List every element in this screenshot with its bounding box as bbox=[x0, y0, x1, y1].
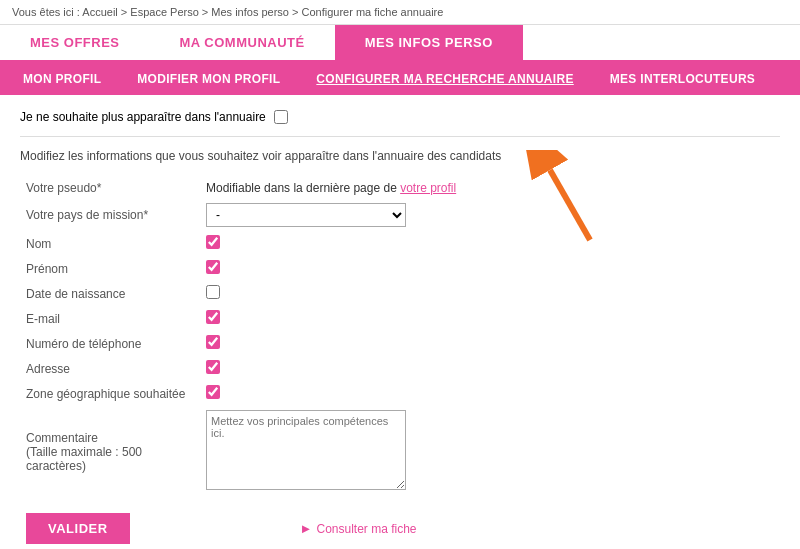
tab-ma-communaute[interactable]: MA COMMUNAUTÉ bbox=[150, 25, 335, 60]
consult-fiche-link[interactable]: ► Consulter ma fiche bbox=[300, 521, 417, 536]
valider-button[interactable]: VALIDER bbox=[26, 513, 130, 544]
tab-mes-offres[interactable]: MES OFFRES bbox=[0, 25, 150, 60]
checkbox-email[interactable] bbox=[206, 310, 220, 324]
form-info-text: Modifiez les informations que vous souha… bbox=[20, 149, 780, 163]
field-label-pseudo: Votre pseudo* bbox=[20, 177, 200, 199]
table-row: E-mail bbox=[20, 306, 780, 331]
buttons-row: VALIDER ► Consulter ma fiche bbox=[20, 513, 780, 544]
field-label-phone: Numéro de téléphone bbox=[20, 331, 200, 356]
sub-navigation: MON PROFIL MODIFIER MON PROFIL CONFIGURE… bbox=[0, 63, 800, 95]
table-row: Nom bbox=[20, 231, 780, 256]
subnav-configurer-annuaire[interactable]: CONFIGURER MA RECHERCHE ANNUAIRE bbox=[298, 63, 591, 95]
table-row: Prénom bbox=[20, 256, 780, 281]
form-table: Votre pseudo* Modifiable dans la dernièr… bbox=[20, 177, 780, 497]
field-label-adresse: Adresse bbox=[20, 356, 200, 381]
subnav-modifier-profil[interactable]: MODIFIER MON PROFIL bbox=[119, 63, 298, 95]
field-label-commentaire: Commentaire(Taille maximale : 500 caract… bbox=[20, 406, 200, 497]
checkbox-dob[interactable] bbox=[206, 285, 220, 299]
checkbox-zone[interactable] bbox=[206, 385, 220, 399]
field-value-pays[interactable]: - bbox=[200, 199, 780, 231]
table-row: Votre pseudo* Modifiable dans la dernièr… bbox=[20, 177, 780, 199]
content-area: Je ne souhaite plus apparaître dans l'an… bbox=[0, 95, 800, 549]
table-row: Numéro de téléphone bbox=[20, 331, 780, 356]
top-option-row: Je ne souhaite plus apparaître dans l'an… bbox=[20, 110, 780, 137]
tab-mes-infos-perso[interactable]: MES INFOS PERSO bbox=[335, 25, 523, 60]
subnav-mon-profil[interactable]: MON PROFIL bbox=[5, 63, 119, 95]
profil-link[interactable]: votre profil bbox=[400, 181, 456, 195]
table-row: Votre pays de mission* - bbox=[20, 199, 780, 231]
consult-label: Consulter ma fiche bbox=[316, 522, 416, 536]
field-value-pseudo: Modifiable dans la dernière page de votr… bbox=[200, 177, 780, 199]
field-label-dob: Date de naissance bbox=[20, 281, 200, 306]
commentaire-textarea[interactable] bbox=[206, 410, 406, 490]
table-row: Adresse bbox=[20, 356, 780, 381]
checkbox-nom[interactable] bbox=[206, 235, 220, 249]
checkbox-prenom[interactable] bbox=[206, 260, 220, 274]
arrow-right-icon: ► bbox=[300, 521, 313, 536]
checkbox-adresse[interactable] bbox=[206, 360, 220, 374]
table-row: Commentaire(Taille maximale : 500 caract… bbox=[20, 406, 780, 497]
pays-select[interactable]: - bbox=[206, 203, 406, 227]
checkbox-phone[interactable] bbox=[206, 335, 220, 349]
subnav-mes-interlocuteurs[interactable]: MES INTERLOCUTEURS bbox=[592, 63, 773, 95]
annuaire-opt-out-label: Je ne souhaite plus apparaître dans l'an… bbox=[20, 110, 266, 124]
main-tabs-bar: MES OFFRES MA COMMUNAUTÉ MES INFOS PERSO bbox=[0, 25, 800, 63]
annuaire-opt-out-checkbox[interactable] bbox=[274, 110, 288, 124]
field-label-email: E-mail bbox=[20, 306, 200, 331]
field-label-nom: Nom bbox=[20, 231, 200, 256]
field-label-prenom: Prénom bbox=[20, 256, 200, 281]
field-label-pays: Votre pays de mission* bbox=[20, 199, 200, 231]
table-row: Zone géographique souhaitée bbox=[20, 381, 780, 406]
breadcrumb: Vous êtes ici : Accueil > Espace Perso >… bbox=[0, 0, 800, 25]
field-label-zone: Zone géographique souhaitée bbox=[20, 381, 200, 406]
table-row: Date de naissance bbox=[20, 281, 780, 306]
